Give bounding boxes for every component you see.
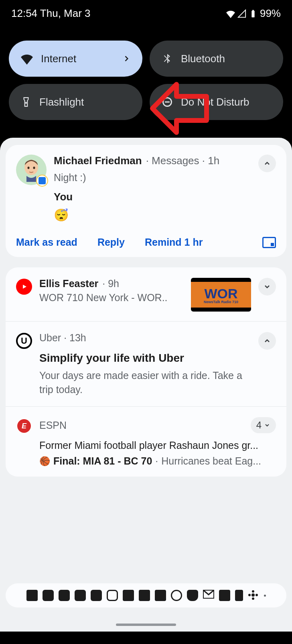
chevron-down-icon [264,422,270,428]
shelf-overflow-icon [264,595,266,597]
shelf-app-icon[interactable] [59,590,70,601]
qs-tile-bluetooth[interactable]: Bluetooth [150,41,283,77]
qs-label: Bluetooth [181,53,225,65]
chevron-right-icon [122,55,130,63]
notification-shade[interactable]: Michael Friedman · Messages · 1h Night :… [0,138,292,632]
avatar [16,155,47,185]
status-icons: 99% [226,7,281,20]
uber-icon: U [16,333,32,349]
video-thumbnail: WOR NewsTalk Radio 710 [191,278,251,312]
gesture-nav-handle[interactable] [116,624,176,626]
shelf-app-icon[interactable] [219,590,230,601]
score: Final: MIA 81 - BC 70 [53,455,152,467]
status-time-date: 12:54 Thu, Mar 3 [11,7,91,20]
svg-point-13 [256,594,258,596]
battery-percent: 99% [260,7,281,20]
bubble-icon[interactable] [262,237,276,248]
channel-name: Ellis Feaster [39,278,98,289]
notification-messages[interactable]: Michael Friedman · Messages · 1h Night :… [6,145,286,257]
expand-button[interactable] [258,278,276,296]
chevron-up-icon [263,159,271,167]
instagram-icon[interactable] [107,590,118,601]
svg-point-10 [252,590,254,593]
shelf-app-icon[interactable] [43,590,54,601]
collapse-button[interactable] [258,155,276,172]
reply-emoji: 😴 [54,208,251,222]
date: Thu, Mar 3 [40,7,91,19]
remind-button[interactable]: Remind 1 hr [145,236,203,248]
qs-label: Internet [41,53,76,65]
espn-headline: Former Miami football player Rashaun Jon… [39,440,276,451]
group-count-button[interactable]: 4 [251,417,276,433]
svg-point-4 [28,167,30,169]
shelf-app-icon[interactable] [139,590,150,601]
shelf-app-icon[interactable] [248,590,259,601]
sender-name: Michael Friedman [54,155,142,167]
message-preview: Night :) [54,172,251,183]
qs-tile-flashlight[interactable]: Flashlight [9,84,142,120]
signal-icon [237,9,246,18]
qs-tile-internet[interactable]: Internet [9,41,142,77]
notification-youtube[interactable]: Ellis Feaster · 9h WOR 710 New York - WO… [6,267,286,322]
notif-body: Your days are made easier with a ride. T… [39,369,251,397]
espn-score-line: 🏀 Final: MIA 81 - BC 70 · Hurricanes bea… [39,455,276,467]
notification-espn[interactable]: E ESPN 4 Former Miami football player Ra… [6,407,286,477]
youtube-icon [16,279,32,295]
svg-point-11 [252,597,254,600]
notification-group: Ellis Feaster · 9h WOR 710 New York - WO… [6,267,286,477]
app-name: ESPN [39,420,67,431]
notif-time: 9h [108,278,119,289]
qs-label: Flashlight [39,96,84,108]
shelf-app-icon[interactable] [155,590,166,601]
espn-icon: E [16,418,32,434]
mark-as-read-button[interactable]: Mark as read [16,236,77,248]
wifi-icon [226,9,235,18]
shelf-app-icon[interactable] [171,590,182,601]
app-name: Messages [152,155,199,167]
chevron-up-icon [263,337,271,345]
shelf-app-icon[interactable] [91,590,102,601]
quick-settings: Internet Bluetooth Flashlight Do Not Dis… [0,24,292,132]
reddit-icon[interactable] [187,590,198,601]
gmail-icon[interactable] [203,590,214,601]
battery-icon [249,9,258,18]
reply-button[interactable]: Reply [97,236,125,248]
you-label: You [54,191,251,203]
basketball-icon: 🏀 [39,456,50,467]
clock: 12:54 [11,7,37,19]
notification-uber[interactable]: U Uber · 13h Simplify your life with Ube… [6,322,286,407]
shelf-app-icon[interactable] [235,590,243,601]
annotation-arrow-icon [148,76,213,141]
notification-shelf[interactable] [6,583,286,607]
notif-time: 1h [208,155,219,167]
game-recap: Hurricanes beat Eag... [161,455,261,467]
messages-app-badge-icon [36,175,48,187]
shelf-app-icon[interactable] [26,590,38,601]
notif-time: 13h [69,332,86,343]
svg-point-0 [26,102,26,103]
svg-point-5 [33,167,35,169]
flashlight-icon [21,97,31,107]
svg-point-12 [248,594,251,596]
status-bar: 12:54 Thu, Mar 3 99% [0,0,292,24]
chevron-down-icon [263,283,271,291]
bluetooth-icon [162,53,173,64]
notif-heading: Simplify your life with Uber [39,352,251,365]
shelf-app-icon[interactable] [75,590,86,601]
svg-point-9 [251,593,255,597]
count: 4 [256,420,262,431]
video-title: WOR 710 New York - WOR.. [39,292,180,304]
wifi-icon [21,53,33,65]
linkedin-icon[interactable] [123,590,134,601]
app-name: Uber [39,332,61,343]
collapse-button[interactable] [258,332,276,350]
svg-text:E: E [22,422,27,430]
